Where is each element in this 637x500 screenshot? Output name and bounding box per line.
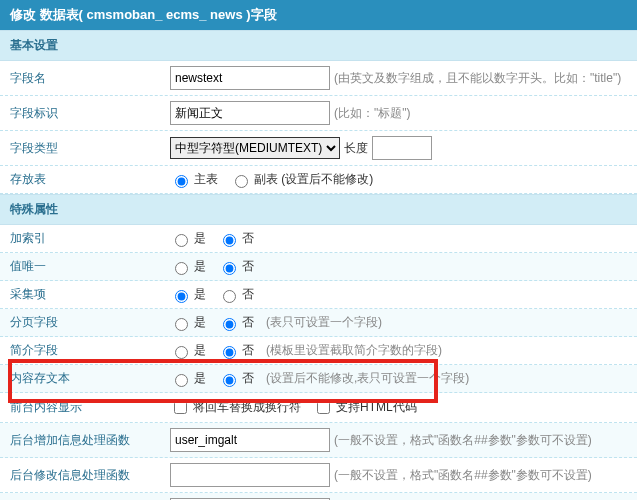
section-basic: 基本设置 xyxy=(0,30,637,61)
label-front-display: 前台内容显示 xyxy=(10,399,170,416)
row-field-name: 字段名 (由英文及数字组成，且不能以数字开头。比如："title") xyxy=(0,61,637,96)
check-html[interactable]: 支持HTML代码 xyxy=(313,398,417,417)
label-store: 存放表 xyxy=(10,171,170,188)
row-back-edit: 后台修改信息处理函数 (一般不设置，格式"函数名##参数"参数可不设置) xyxy=(0,458,637,493)
row-back-add: 后台增加信息处理函数 (一般不设置，格式"函数名##参数"参数可不设置) xyxy=(0,423,637,458)
radio-collect-yes[interactable]: 是 xyxy=(170,286,206,303)
label-length: 长度 xyxy=(344,140,368,157)
label-field-name: 字段名 xyxy=(10,70,170,87)
row-field-ident: 字段标识 (比如："标题") xyxy=(0,96,637,131)
page-title: 修改 数据表( cmsmoban_ ecms_ news )字段 xyxy=(0,0,637,30)
radio-index-no[interactable]: 否 xyxy=(218,230,254,247)
row-collect: 采集项 是 否 xyxy=(0,281,637,309)
label-back-edit: 后台修改信息处理函数 xyxy=(10,467,170,484)
hint-field-ident: (比如："标题") xyxy=(334,105,411,122)
label-collect: 采集项 xyxy=(10,286,170,303)
radio-intro-yes[interactable]: 是 xyxy=(170,342,206,359)
row-front-add: 前台增加信息处理函数 (一般不设置，格式"函数名##参数"参数可不设置) xyxy=(0,493,637,500)
radio-content-no[interactable]: 否 xyxy=(218,370,254,387)
check-br[interactable]: 将回车替换成换行符 xyxy=(170,398,301,417)
label-content: 内容存文本 xyxy=(10,370,170,387)
label-page: 分页字段 xyxy=(10,314,170,331)
radio-store-main[interactable]: 主表 xyxy=(170,171,218,188)
radio-collect-no[interactable]: 否 xyxy=(218,286,254,303)
radio-store-sub[interactable]: 副表 (设置后不能修改) xyxy=(230,171,373,188)
section-special: 特殊属性 xyxy=(0,194,637,225)
row-field-type: 字段类型 中型字符型(MEDIUMTEXT) 长度 xyxy=(0,131,637,166)
input-length[interactable] xyxy=(372,136,432,160)
row-store: 存放表 主表 副表 (设置后不能修改) xyxy=(0,166,637,194)
row-front-display: 前台内容显示 将回车替换成换行符 支持HTML代码 xyxy=(0,393,637,423)
hint-back-add: (一般不设置，格式"函数名##参数"参数可不设置) xyxy=(334,432,592,449)
hint-field-name: (由英文及数字组成，且不能以数字开头。比如："title") xyxy=(334,70,621,87)
label-field-ident: 字段标识 xyxy=(10,105,170,122)
hint-page: (表只可设置一个字段) xyxy=(266,314,382,331)
radio-intro-no[interactable]: 否 xyxy=(218,342,254,359)
radio-unique-no[interactable]: 否 xyxy=(218,258,254,275)
form-page: 修改 数据表( cmsmoban_ ecms_ news )字段 基本设置 字段… xyxy=(0,0,637,500)
radio-page-no[interactable]: 否 xyxy=(218,314,254,331)
row-page: 分页字段 是 否 (表只可设置一个字段) xyxy=(0,309,637,337)
radio-unique-yes[interactable]: 是 xyxy=(170,258,206,275)
row-intro: 简介字段 是 否 (模板里设置截取简介字数的字段) xyxy=(0,337,637,365)
radio-page-yes[interactable]: 是 xyxy=(170,314,206,331)
input-field-name[interactable] xyxy=(170,66,330,90)
row-unique: 值唯一 是 否 xyxy=(0,253,637,281)
radio-index-yes[interactable]: 是 xyxy=(170,230,206,247)
row-index: 加索引 是 否 xyxy=(0,225,637,253)
row-content: 内容存文本 是 否 (设置后不能修改,表只可设置一个字段) xyxy=(0,365,637,393)
radio-content-yes[interactable]: 是 xyxy=(170,370,206,387)
label-index: 加索引 xyxy=(10,230,170,247)
label-unique: 值唯一 xyxy=(10,258,170,275)
select-field-type[interactable]: 中型字符型(MEDIUMTEXT) xyxy=(170,137,340,159)
hint-back-edit: (一般不设置，格式"函数名##参数"参数可不设置) xyxy=(334,467,592,484)
label-field-type: 字段类型 xyxy=(10,140,170,157)
hint-content: (设置后不能修改,表只可设置一个字段) xyxy=(266,370,469,387)
hint-intro: (模板里设置截取简介字数的字段) xyxy=(266,342,442,359)
label-back-add: 后台增加信息处理函数 xyxy=(10,432,170,449)
label-intro: 简介字段 xyxy=(10,342,170,359)
input-back-add[interactable] xyxy=(170,428,330,452)
input-back-edit[interactable] xyxy=(170,463,330,487)
input-field-ident[interactable] xyxy=(170,101,330,125)
